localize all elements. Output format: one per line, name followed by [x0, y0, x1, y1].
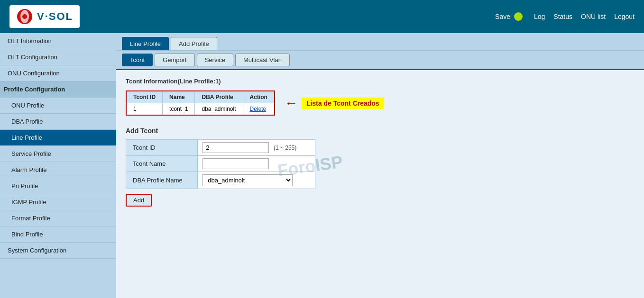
label-tcont-name: Tcont Name [126, 156, 198, 172]
tcont-table: Tcont ID Name DBA Profile Action 1 tcont… [126, 90, 275, 116]
sidebar-item-olt-configuration[interactable]: OLT Configuration [0, 49, 116, 65]
sidebar-item-onu-configuration[interactable]: ONU Configuration [0, 65, 116, 81]
add-button[interactable]: Add [126, 194, 152, 207]
cell-tcont-id: 1 [126, 103, 163, 116]
input-cell-tcont-id: (1 ~ 255) [198, 140, 315, 156]
label-tcont-id: Tcont ID [126, 140, 198, 156]
sidebar: OLT Information OLT Configuration ONU Co… [0, 33, 116, 298]
col-action: Action [243, 91, 275, 103]
sidebar-item-system-configuration[interactable]: System Configuration [0, 243, 116, 259]
tab-add-profile[interactable]: Add Profile [171, 37, 217, 50]
col-dba-profile: DBA Profile [195, 91, 243, 103]
delete-link[interactable]: Delete [250, 106, 267, 112]
cell-dba-profile: dba_adminolt [195, 103, 243, 116]
arrow-icon: ← [285, 97, 298, 110]
vsol-logo-icon [16, 8, 33, 25]
cell-action: Delete [243, 103, 275, 116]
sidebar-item-olt-information[interactable]: OLT Information [0, 33, 116, 49]
sidebar-item-service-profile[interactable]: Service Profile [0, 146, 116, 162]
form-row-tcont-name: Tcont Name [126, 156, 315, 172]
add-tcont-title: Add Tcont [126, 127, 635, 135]
input-tcont-id[interactable] [202, 142, 269, 153]
sidebar-item-igmp-profile[interactable]: IGMP Profile [0, 194, 116, 210]
onu-list-link[interactable]: ONU list [581, 13, 606, 20]
cell-name: tcont_1 [163, 103, 195, 116]
input-tcont-name[interactable] [202, 158, 269, 169]
tab-gemport[interactable]: Gemport [155, 54, 195, 66]
table-row: 1 tcont_1 dba_adminolt Delete [126, 103, 275, 116]
main-content: Line Profile Add Profile Tcont Gemport S… [116, 33, 644, 298]
header-right: Save Log Status ONU list Logout [495, 12, 635, 21]
add-tcont-form: Tcont ID (1 ~ 255) Tcont Name DBA Profil… [126, 139, 315, 189]
tab-bar-top: Line Profile Add Profile [116, 33, 644, 51]
save-label[interactable]: Save [495, 13, 510, 20]
sidebar-item-alarm-profile[interactable]: Alarm Profile [0, 162, 116, 178]
tab-multicast-vlan[interactable]: Multicast Vlan [235, 54, 290, 66]
tab-tcont[interactable]: Tcont [122, 54, 153, 66]
logo-text: V·SOL [37, 10, 73, 23]
content-area: Tcont Information(Line Profile:1) Tcont … [116, 70, 644, 214]
sidebar-group-profile-configuration: Profile Configuration [0, 81, 116, 98]
tcont-table-wrap: Tcont ID Name DBA Profile Action 1 tcont… [126, 90, 384, 116]
sidebar-item-dba-profile[interactable]: DBA Profile [0, 114, 116, 130]
save-area: Save [495, 12, 523, 21]
svg-point-2 [22, 14, 27, 19]
sidebar-item-pri-profile[interactable]: Pri Profile [0, 178, 116, 194]
label-dba-profile: DBA Profile Name [126, 172, 198, 189]
logo-area: V·SOL [9, 5, 80, 28]
header: V·SOL Save Log Status ONU list Logout [0, 0, 644, 33]
status-link[interactable]: Status [553, 13, 572, 20]
tab-bar-sub: Tcont Gemport Service Multicast Vlan [116, 51, 644, 70]
sidebar-item-line-profile[interactable]: Line Profile [0, 130, 116, 146]
select-dba-profile[interactable]: dba_adminolt [202, 174, 293, 186]
sidebar-item-onu-profile[interactable]: ONU Profile [0, 98, 116, 114]
tab-service[interactable]: Service [197, 54, 233, 66]
select-cell-dba-profile: dba_adminolt [198, 172, 315, 189]
form-row-dba-profile: DBA Profile Name dba_adminolt [126, 172, 315, 189]
tcont-section-title: Tcont Information(Line Profile:1) [126, 78, 635, 85]
sidebar-item-bind-profile[interactable]: Bind Profile [0, 226, 116, 243]
col-tcont-id: Tcont ID [126, 91, 163, 103]
annotation-label: Lista de Tcont Creados [302, 98, 384, 109]
header-nav: Log Status ONU list Logout [534, 13, 635, 20]
annotation-wrap: ← Lista de Tcont Creados [285, 97, 384, 110]
layout: OLT Information OLT Configuration ONU Co… [0, 33, 644, 298]
tab-line-profile[interactable]: Line Profile [122, 37, 169, 50]
form-row-tcont-id: Tcont ID (1 ~ 255) [126, 140, 315, 156]
col-name: Name [163, 91, 195, 103]
input-cell-tcont-name [198, 156, 315, 172]
sidebar-item-format-profile[interactable]: Format Profile [0, 210, 116, 226]
hint-tcont-id: (1 ~ 255) [274, 144, 296, 151]
log-link[interactable]: Log [534, 13, 545, 20]
status-dot [514, 12, 523, 21]
logout-link[interactable]: Logout [614, 13, 635, 20]
